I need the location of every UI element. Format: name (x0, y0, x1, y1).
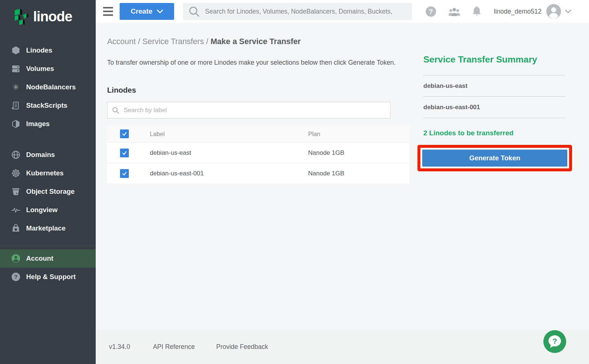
row-checkbox[interactable] (120, 169, 129, 178)
sidebar-item-images[interactable]: Images (0, 115, 96, 133)
nodebalancer-icon: ✳ (11, 82, 21, 92)
question-circle-icon: ? (11, 272, 21, 282)
breadcrumb: Account/Service Transfers/Make a Service… (107, 37, 301, 46)
sidebar-item-volumes[interactable]: Volumes (0, 60, 96, 78)
sidebar-item-marketplace[interactable]: Marketplace (0, 219, 96, 238)
column-header-plan: Plan (308, 131, 409, 138)
summary-title: Service Transfer Summary (423, 54, 565, 65)
service-transfer-summary: Service Transfer Summary debian-us-east … (423, 54, 565, 171)
linode-cubes-icon (13, 8, 29, 27)
column-header-label: Label (150, 131, 308, 138)
account-icon (11, 254, 21, 263)
svg-text:?: ? (429, 8, 433, 15)
generate-token-button[interactable]: Generate Token (422, 150, 567, 167)
linodes-section-title: Linodes (107, 86, 136, 94)
linodes-table: Label Plan debian-us-east Nanode 1GB deb… (107, 125, 409, 183)
search-icon (112, 107, 119, 114)
label-search[interactable] (107, 102, 391, 118)
table-row: debian-us-east-001 Nanode 1GB (107, 163, 409, 183)
divider (423, 118, 565, 118)
avatar (546, 4, 561, 19)
sidebar-item-domains[interactable]: Domains (0, 146, 96, 164)
create-button[interactable]: Create (120, 3, 174, 20)
sidebar-item-kubernetes[interactable]: Kubernetes (0, 164, 96, 182)
topbar-actions: ? linode_demo512 (425, 0, 571, 23)
breadcrumb-account[interactable]: Account (107, 37, 136, 46)
transfer-count: 2 Linodes to be transferred (423, 129, 565, 137)
chevron-down-icon (157, 10, 163, 14)
table-header-row: Label Plan (107, 125, 409, 142)
linode-logo[interactable]: linode (0, 0, 96, 27)
topbar: Create ? linode_demo512 (96, 0, 589, 23)
sidebar-item-object-storage[interactable]: Object Storage (0, 182, 96, 201)
summary-item: debian-us-east-001 (423, 97, 565, 118)
app-root: linode Linodes Volumes ✳ NodeBalancers S… (0, 0, 589, 364)
user-menu[interactable] (546, 4, 571, 19)
row-checkbox[interactable] (120, 149, 129, 157)
bell-icon[interactable] (471, 6, 482, 17)
chat-question-icon[interactable]: ? (543, 330, 566, 353)
linode-label: debian-us-east-001 (150, 170, 308, 177)
api-reference-link[interactable]: API Reference (153, 343, 195, 351)
helm-icon (11, 168, 21, 178)
intro-text: To transfer ownership of one or more Lin… (107, 58, 406, 67)
provide-feedback-link[interactable]: Provide Feedback (216, 343, 268, 351)
cube-icon (11, 46, 21, 55)
chevron-down-icon (565, 10, 571, 14)
bag-icon (11, 224, 21, 233)
linode-label: debian-us-east (150, 149, 308, 157)
linode-plan: Nanode 1GB (308, 149, 409, 157)
sidebar-item-help-support[interactable]: ? Help & Support (0, 268, 96, 286)
username: linode_demo512 (494, 8, 542, 15)
global-search[interactable] (183, 3, 412, 20)
linode-plan: Nanode 1GB (308, 170, 409, 177)
label-search-input[interactable] (124, 107, 386, 114)
svg-text:?: ? (553, 337, 557, 345)
hamburger-icon[interactable] (103, 7, 113, 16)
breadcrumb-service-transfers[interactable]: Service Transfers (142, 37, 204, 46)
sidebar-group-account: Account ? Help & Support (0, 249, 96, 286)
sidebar-divider (0, 246, 96, 246)
images-icon (11, 119, 21, 129)
script-icon (11, 101, 21, 110)
sidebar-item-linodes[interactable]: Linodes (0, 41, 96, 60)
select-all-checkbox[interactable] (120, 129, 129, 138)
sidebar-item-nodebalancers[interactable]: ✳ NodeBalancers (0, 78, 96, 96)
sidebar-group-services: Domains Kubernetes Object Storage Longvi… (0, 146, 96, 238)
footer: v1.34.0 API Reference Provide Feedback (96, 329, 589, 364)
search-icon (188, 6, 200, 17)
svg-text:?: ? (14, 274, 17, 280)
globe-icon (11, 150, 21, 160)
summary-item: debian-us-east (423, 75, 565, 96)
table-row: debian-us-east Nanode 1GB (107, 142, 409, 163)
help-circle-icon[interactable]: ? (425, 6, 437, 17)
highlight-annotation: Generate Token (417, 145, 572, 171)
global-search-input[interactable] (205, 8, 407, 15)
sidebar-item-longview[interactable]: Longview (0, 201, 96, 219)
sidebar-item-stackscripts[interactable]: StackScripts (0, 96, 96, 115)
logo-text: linode (33, 10, 72, 26)
sidebar: linode Linodes Volumes ✳ NodeBalancers S… (0, 0, 96, 364)
page-title: Make a Service Transfer (211, 37, 301, 46)
version-link[interactable]: v1.34.0 (109, 343, 130, 351)
sidebar-group-compute: Linodes Volumes ✳ NodeBalancers StackScr… (0, 41, 96, 133)
pulse-icon (11, 205, 21, 215)
volumes-icon (11, 64, 21, 74)
bucket-icon (11, 187, 21, 196)
sidebar-item-account[interactable]: Account (0, 249, 96, 268)
users-icon[interactable] (448, 6, 461, 17)
